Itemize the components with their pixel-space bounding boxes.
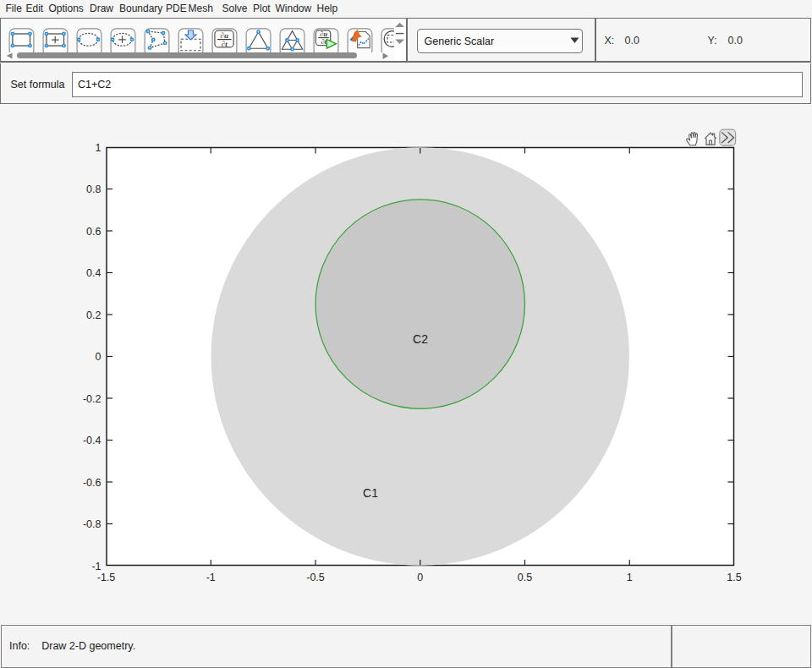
svg-text:0.6: 0.6: [86, 226, 101, 238]
svg-text:1.5: 1.5: [727, 572, 741, 583]
svg-text:0.2: 0.2: [86, 309, 101, 321]
svg-text:C2: C2: [413, 332, 428, 346]
svg-text:0: 0: [96, 351, 102, 363]
svg-text:1: 1: [627, 572, 633, 583]
svg-text:-0.4: -0.4: [83, 435, 102, 446]
svg-text:1: 1: [96, 142, 102, 154]
svg-text:0.8: 0.8: [86, 183, 101, 195]
svg-text:-1: -1: [206, 572, 216, 583]
svg-text:0: 0: [417, 572, 423, 583]
svg-text:-1.5: -1.5: [97, 572, 116, 583]
svg-text:-0.2: -0.2: [83, 393, 102, 405]
svg-text:-0.8: -0.8: [83, 518, 102, 530]
svg-text:0.4: 0.4: [86, 267, 101, 279]
svg-text:-0.5: -0.5: [306, 572, 325, 583]
svg-text:-1: -1: [91, 561, 101, 572]
svg-text:-0.6: -0.6: [83, 477, 102, 489]
svg-text:C1: C1: [363, 486, 378, 500]
svg-text:0.5: 0.5: [518, 572, 532, 583]
